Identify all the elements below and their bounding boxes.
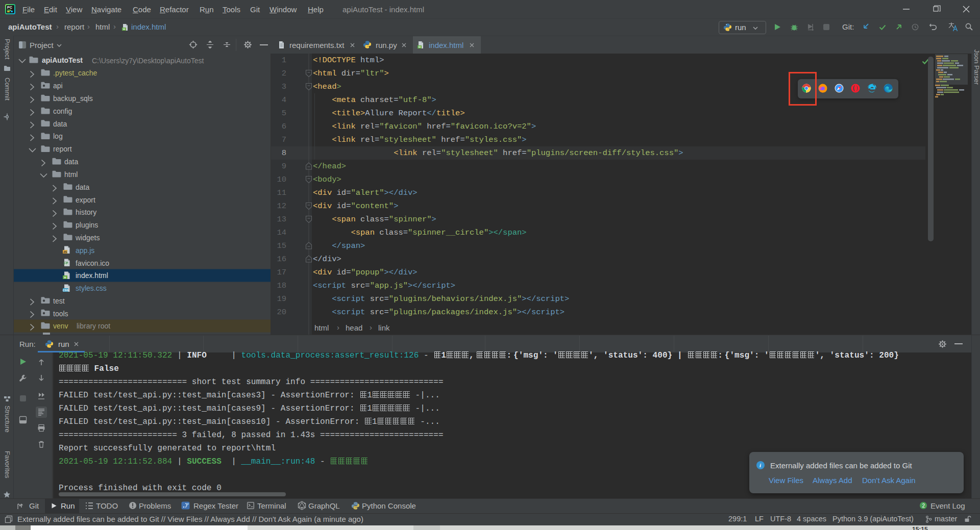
svg-text:H: H (419, 45, 421, 48)
svg-text:H: H (123, 28, 125, 31)
svg-text:JS: JS (63, 250, 67, 254)
svg-text:CSS: CSS (63, 289, 69, 292)
svg-text:H: H (64, 276, 66, 279)
